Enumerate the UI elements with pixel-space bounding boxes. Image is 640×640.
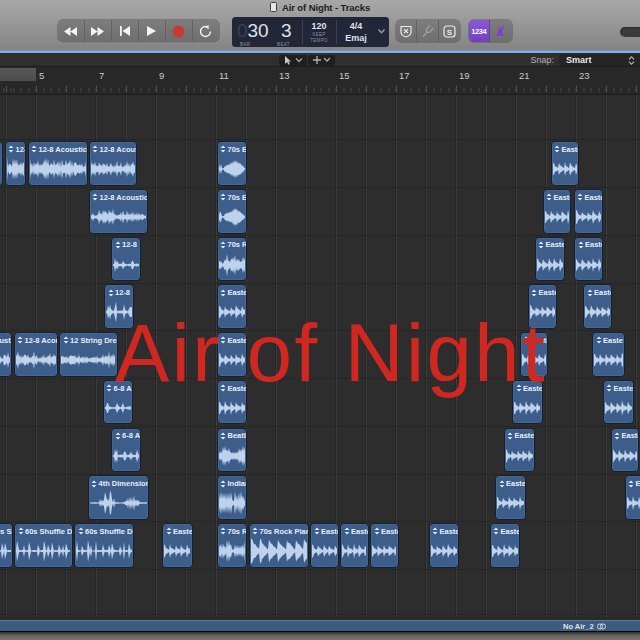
svg-text:S: S	[447, 27, 453, 36]
